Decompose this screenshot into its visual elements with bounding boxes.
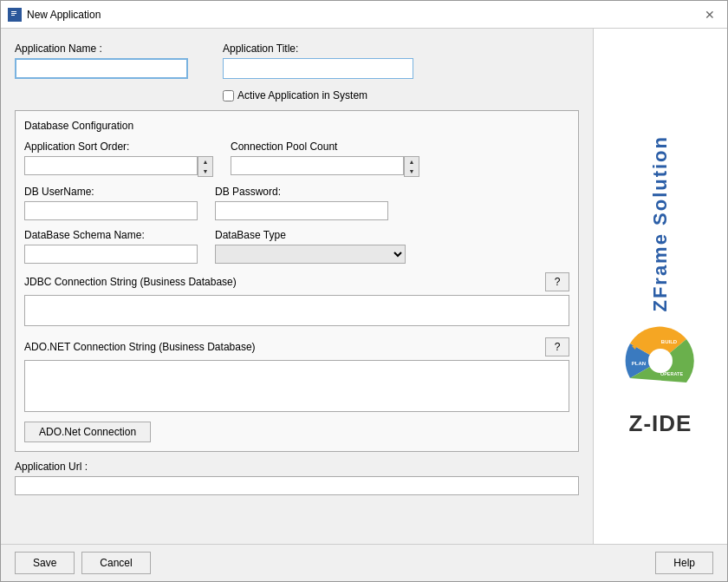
svg-point-4 — [648, 349, 673, 373]
sort-order-field: Application Sort Order: 0 ▲ ▼ — [24, 141, 213, 177]
db-schema-field: DataBase Schema Name: — [24, 229, 198, 264]
db-type-select-wrap: MySQL Oracle SQL Server PostgreSQL — [215, 245, 406, 264]
adonet-conn-btn[interactable]: ADO.Net Connection — [24, 422, 151, 442]
db-credentials-row: DB UserName: DB Password: — [24, 186, 569, 220]
cancel-button[interactable]: Cancel — [81, 552, 150, 574]
pool-count-spinbox-buttons: ▲ ▼ — [404, 156, 419, 177]
active-app-label: Active Application in System — [237, 89, 367, 101]
app-name-input[interactable] — [15, 58, 188, 79]
db-username-field: DB UserName: — [24, 186, 198, 220]
button-bar: Save Cancel Help — [1, 544, 727, 581]
db-schema-type-row: DataBase Schema Name: DataBase Type MySQ… — [24, 229, 569, 264]
app-icon — [8, 8, 22, 22]
db-schema-label: DataBase Schema Name: — [24, 229, 198, 241]
app-name-group: Application Name : — [15, 43, 188, 79]
svg-text:OPERATE: OPERATE — [660, 371, 684, 376]
pool-count-spinbox: 0 ▲ ▼ — [231, 156, 419, 177]
side-bottom-text: Z-IDE — [629, 410, 692, 437]
top-form-row: Application Name : Application Title: Ac… — [15, 43, 579, 101]
db-password-field: DB Password: — [215, 186, 388, 220]
jdbc-section: JDBC Connection String (Business Databas… — [24, 272, 569, 329]
db-username-label: DB UserName: — [24, 186, 198, 198]
pool-count-up-btn[interactable]: ▲ — [405, 157, 419, 167]
close-button[interactable]: ✕ — [699, 4, 720, 25]
jdbc-label: JDBC Connection String (Business Databas… — [24, 276, 538, 288]
app-title-label: Application Title: — [223, 43, 413, 55]
db-password-label: DB Password: — [215, 186, 388, 198]
pool-count-input[interactable]: 0 — [231, 156, 404, 175]
db-type-field: DataBase Type MySQL Oracle SQL Server Po… — [215, 229, 406, 264]
title-bar-left: New Application — [8, 8, 101, 22]
adonet-label: ADO.NET Connection String (Business Data… — [24, 341, 538, 353]
svg-text:PLAN: PLAN — [632, 361, 646, 366]
db-username-input[interactable] — [24, 201, 198, 220]
content-area: Application Name : Application Title: Ac… — [1, 29, 727, 544]
main-panel: Application Name : Application Title: Ac… — [1, 29, 593, 544]
side-title: ZFrame Solution — [651, 135, 670, 312]
db-config-title: Database Configuration — [24, 120, 569, 132]
adonet-section: ADO.NET Connection String (Business Data… — [24, 337, 569, 442]
window-title: New Application — [27, 9, 101, 21]
app-name-label: Application Name : — [15, 43, 188, 55]
svg-rect-3 — [11, 15, 15, 16]
sort-order-up-btn[interactable]: ▲ — [198, 157, 212, 167]
svg-rect-2 — [11, 13, 16, 14]
jdbc-textarea[interactable] — [24, 295, 569, 326]
main-window: New Application ✕ Application Name : App… — [0, 0, 728, 582]
sort-order-input[interactable]: 0 — [24, 156, 198, 175]
side-logo: PLAN BUILD OPERATE — [621, 322, 699, 400]
title-bar: New Application ✕ — [1, 1, 727, 29]
sort-order-down-btn[interactable]: ▼ — [198, 167, 212, 176]
app-title-input[interactable] — [223, 58, 413, 79]
save-button[interactable]: Save — [15, 552, 75, 574]
sort-order-spinbox-buttons: ▲ ▼ — [198, 156, 213, 177]
db-type-select[interactable]: MySQL Oracle SQL Server PostgreSQL — [215, 245, 406, 264]
db-type-label: DataBase Type — [215, 229, 406, 241]
db-config-section: Database Configuration Application Sort … — [15, 110, 579, 452]
svg-text:BUILD: BUILD — [661, 339, 678, 344]
sort-order-label: Application Sort Order: — [24, 141, 213, 153]
active-app-row: Active Application in System — [223, 89, 413, 101]
app-url-label: Application Url : — [15, 461, 579, 473]
adonet-textarea[interactable] — [24, 360, 569, 412]
adonet-header-row: ADO.NET Connection String (Business Data… — [24, 337, 569, 356]
db-schema-input[interactable] — [24, 245, 198, 264]
sort-pool-row: Application Sort Order: 0 ▲ ▼ Connection… — [24, 141, 569, 177]
adonet-help-btn[interactable]: ? — [545, 337, 569, 356]
jdbc-header-row: JDBC Connection String (Business Databas… — [24, 272, 569, 291]
db-password-input[interactable] — [215, 201, 388, 220]
active-app-checkbox[interactable] — [223, 90, 234, 101]
svg-rect-1 — [11, 11, 16, 12]
help-button[interactable]: Help — [655, 552, 713, 574]
adonet-btn-row: ADO.Net Connection — [24, 422, 569, 442]
pool-count-label: Connection Pool Count — [231, 141, 419, 153]
app-title-group: Application Title: — [223, 43, 413, 79]
app-url-input[interactable] — [15, 476, 579, 495]
side-panel: ZFrame Solution PLAN BUILD OPERATE — [593, 29, 727, 544]
pool-count-field: Connection Pool Count 0 ▲ ▼ — [231, 141, 419, 177]
jdbc-help-btn[interactable]: ? — [545, 272, 569, 291]
sort-order-spinbox: 0 ▲ ▼ — [24, 156, 213, 177]
app-url-section: Application Url : — [15, 461, 579, 495]
top-right-group: Application Title: Active Application in… — [223, 43, 413, 101]
pool-count-down-btn[interactable]: ▼ — [405, 167, 419, 176]
